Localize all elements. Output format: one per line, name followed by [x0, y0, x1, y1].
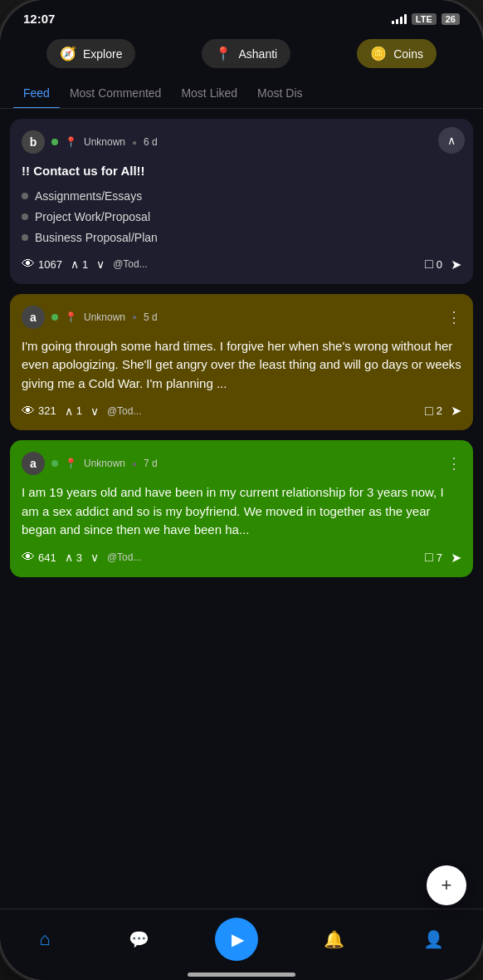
play-icon: ▶ — [232, 929, 244, 949]
location-pin-icon: 📍 — [215, 46, 232, 61]
avatar: b — [22, 130, 45, 154]
nav-home[interactable]: ⌂ — [26, 925, 63, 953]
bullet-dot-icon — [22, 193, 28, 199]
feed-content: b 📍 Unknown ● 6 d ∧ !! Contact us for Al… — [0, 109, 483, 909]
chat-bubble-icon: 💬 — [129, 929, 149, 949]
tab-most-liked[interactable]: Most Liked — [171, 78, 247, 108]
post-footer: 👁 321 ∧ 1 ∨ @Tod... □ 2 — [22, 403, 461, 419]
post-location: Unknown — [84, 136, 125, 148]
top-navigation: 🧭 Explore 📍 Ashanti 🪙 Coins — [0, 32, 483, 78]
post-header: a 📍 Unknown ● 7 d ⋮ — [22, 452, 461, 475]
coins-button[interactable]: 🪙 Coins — [357, 39, 437, 68]
home-icon: ⌂ — [39, 929, 50, 950]
chat-icon: □ — [425, 404, 433, 419]
share-button[interactable]: ➤ — [451, 550, 461, 566]
upvote-icon: ∧ — [65, 551, 73, 564]
eye-icon: 👁 — [22, 257, 35, 272]
downvote-icon: ∨ — [90, 404, 99, 418]
eye-icon: 👁 — [22, 550, 35, 565]
comment-button[interactable]: □ 7 — [425, 550, 442, 565]
fab-button[interactable]: + — [427, 865, 466, 905]
at-label: @Tod... — [107, 551, 142, 563]
location-icon: 📍 — [65, 136, 77, 148]
location-button[interactable]: 📍 Ashanti — [202, 39, 290, 68]
compass-icon: 🧭 — [60, 46, 76, 61]
at-label: @Tod... — [107, 405, 142, 417]
post-header: a 📍 Unknown ● 5 d ⋮ — [22, 306, 461, 329]
downvote-icon: ∨ — [90, 551, 99, 564]
send-icon: ➤ — [451, 403, 461, 419]
post-card: a 📍 Unknown ● 7 d ⋮ I am 19 years old an… — [10, 440, 473, 577]
post-header: b 📍 Unknown ● 6 d ∧ — [22, 130, 461, 154]
post-location: Unknown — [84, 458, 125, 469]
bullet-dot-icon — [22, 213, 28, 220]
location-icon: 📍 — [65, 458, 77, 469]
post-location: Unknown — [84, 311, 125, 323]
lte-badge: LTE — [412, 13, 437, 25]
status-bar: 12:07 LTE 26 — [0, 0, 483, 32]
tab-bar: Feed Most Commented Most Liked Most Dis — [0, 78, 483, 109]
nav-notifications[interactable]: 🔔 — [310, 926, 358, 953]
eye-icon: 👁 — [22, 404, 35, 419]
view-count: 👁 1067 — [22, 257, 62, 272]
tab-most-commented[interactable]: Most Commented — [60, 78, 171, 108]
status-right: LTE 26 — [392, 13, 460, 25]
explore-button[interactable]: 🧭 Explore — [46, 39, 135, 68]
battery-badge: 26 — [442, 13, 460, 25]
post-body: I'm going through some hard times. I for… — [22, 337, 461, 394]
send-icon: ➤ — [451, 257, 461, 272]
tab-most-dis[interactable]: Most Dis — [247, 78, 312, 108]
upvote-button[interactable]: ∧ 3 — [65, 551, 82, 564]
post-time: 5 d — [144, 311, 158, 323]
share-button[interactable]: ➤ — [451, 403, 461, 419]
post-time: 6 d — [144, 136, 158, 148]
bottom-navigation: ⌂ 💬 ▶ 🔔 👤 — [0, 909, 483, 968]
upvote-button[interactable]: ∧ 1 — [65, 404, 82, 418]
downvote-button[interactable]: ∨ — [90, 404, 99, 418]
more-options-button[interactable]: ⋮ — [446, 456, 461, 471]
post-card: a 📍 Unknown ● 5 d ⋮ I'm going through so… — [10, 294, 473, 431]
chat-icon: □ — [425, 550, 433, 565]
chat-icon: □ — [425, 257, 433, 272]
comment-button[interactable]: □ 2 — [425, 404, 442, 419]
post-footer: 👁 641 ∧ 3 ∨ @Tod... □ 7 — [22, 550, 461, 566]
post-card: b 📍 Unknown ● 6 d ∧ !! Contact us for Al… — [10, 119, 473, 284]
share-button[interactable]: ➤ — [451, 257, 461, 272]
tab-feed[interactable]: Feed — [13, 78, 60, 108]
downvote-icon: ∨ — [96, 257, 105, 271]
coins-label: Coins — [393, 47, 423, 61]
bell-icon: 🔔 — [324, 929, 344, 949]
comment-button[interactable]: □ 0 — [425, 257, 442, 272]
nav-chat[interactable]: 💬 — [115, 926, 163, 953]
send-icon: ➤ — [451, 550, 461, 566]
avatar: a — [22, 306, 45, 329]
post-time: 7 d — [144, 458, 158, 469]
coins-icon: 🪙 — [370, 46, 387, 61]
at-label: @Tod... — [113, 258, 148, 270]
upvote-button[interactable]: ∧ 1 — [71, 257, 88, 271]
user-icon: 👤 — [423, 929, 444, 949]
bullet-dot-icon — [22, 234, 28, 241]
explore-label: Explore — [83, 47, 122, 61]
view-count: 👁 321 — [22, 404, 56, 419]
view-count: 👁 641 — [22, 550, 56, 565]
avatar: a — [22, 452, 45, 475]
downvote-button[interactable]: ∨ — [90, 551, 99, 564]
status-time: 12:07 — [23, 12, 55, 26]
bullet-item: Business Proposal/Plan — [22, 229, 461, 247]
nav-profile[interactable]: 👤 — [410, 926, 457, 953]
downvote-button[interactable]: ∨ — [96, 257, 105, 271]
more-options-button[interactable]: ⋮ — [446, 310, 461, 325]
online-indicator — [51, 139, 58, 145]
post-body: !! Contact us for All!! Assignments/Essa… — [22, 162, 461, 247]
collapse-button[interactable]: ∧ — [438, 127, 465, 154]
home-indicator — [188, 973, 295, 977]
location-icon: 📍 — [65, 311, 77, 323]
post-title: !! Contact us for All!! — [22, 162, 461, 181]
post-footer: 👁 1067 ∧ 1 ∨ @Tod... □ 0 — [22, 257, 461, 272]
nav-play[interactable]: ▶ — [215, 918, 258, 961]
bullet-item: Assignments/Essays — [22, 188, 461, 205]
upvote-icon: ∧ — [71, 257, 79, 271]
online-indicator — [51, 460, 58, 467]
online-indicator — [51, 314, 58, 321]
